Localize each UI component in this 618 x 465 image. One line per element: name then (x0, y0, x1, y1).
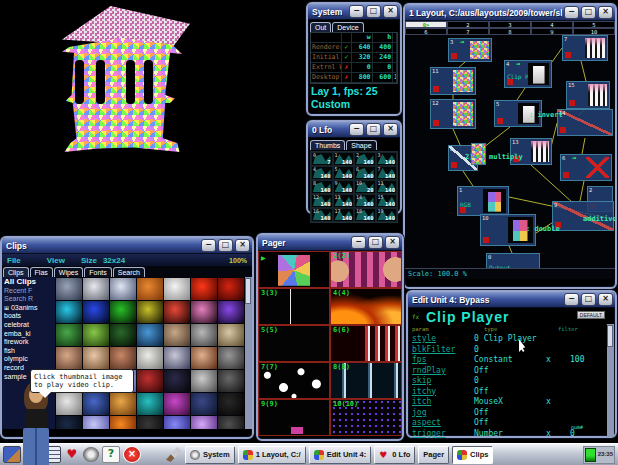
param-mult[interactable] (546, 408, 570, 419)
lfo-waveform-cell[interactable]: 17140 (333, 208, 355, 222)
pager-cell[interactable]: 8(8) (330, 362, 402, 399)
system-tray[interactable]: 23:35 (583, 446, 615, 464)
value-w[interactable]: 320 (352, 53, 373, 62)
minimize-button[interactable]: − (349, 123, 364, 136)
clip-thumbnail[interactable] (137, 370, 163, 392)
value-h[interactable]: 400 (373, 43, 394, 52)
minimize-button[interactable]: − (564, 6, 579, 19)
layout-titlebar[interactable]: 1 Layout, C:/aus/layouts/2009/tower/slid… (405, 5, 615, 21)
param-mult[interactable] (546, 345, 570, 356)
param-value[interactable]: 100 (570, 355, 584, 366)
scrollbar-thumb[interactable] (607, 325, 613, 347)
size-value[interactable]: 32x24 (103, 256, 125, 265)
sidebar-item-03anims[interactable]: ⊞ 03anims (4, 304, 55, 313)
clips-tab-wipes[interactable]: Wipes (54, 267, 83, 277)
layout-page-cell[interactable]: 0> (405, 21, 447, 28)
sidebar-item-search-r[interactable]: Search R (4, 295, 55, 304)
clip-thumbnail[interactable] (191, 393, 217, 415)
clip-thumbnail[interactable] (191, 324, 217, 346)
clip-thumbnail[interactable] (56, 324, 82, 346)
sidebar-item-recent-f[interactable]: Recent F (4, 287, 55, 296)
clip-thumbnail[interactable] (56, 278, 82, 300)
lfo-waveform-cell[interactable]: 1020 (354, 180, 376, 194)
clip-thumbnail[interactable] (56, 393, 82, 415)
close-button[interactable]: × (383, 5, 398, 18)
taskbar-button-edit-unit-4-[interactable]: Edit Unit 4: (309, 446, 372, 464)
check-icon[interactable]: ✓ (342, 43, 352, 52)
default-button[interactable]: DEFAULT (577, 311, 605, 319)
param-mult[interactable]: x (546, 397, 570, 408)
value-h[interactable]: 0 (373, 63, 394, 72)
param-row[interactable]: triggerNumberx0num# (412, 429, 605, 440)
param-name[interactable]: blkFilter (412, 345, 474, 356)
graph-node-4[interactable]: 4→Clip Player (504, 60, 552, 88)
graph-node-1[interactable]: 1RGB (457, 186, 509, 216)
clip-thumbnail[interactable] (110, 324, 136, 346)
clip-thumbnail[interactable] (164, 370, 190, 392)
param-type[interactable]: MouseX (474, 397, 546, 408)
clip-thumbnail[interactable] (83, 301, 109, 323)
clip-thumbnail[interactable] (218, 324, 244, 346)
param-name[interactable]: aspect (412, 418, 474, 429)
error-close-icon[interactable]: × (123, 446, 141, 463)
param-value[interactable]: 0num# (570, 429, 575, 440)
clips-titlebar[interactable]: Clips − □ × (2, 238, 252, 254)
clip-thumbnail[interactable] (83, 324, 109, 346)
param-type[interactable]: Number (474, 429, 546, 440)
clips-tab-search[interactable]: Search (113, 267, 145, 277)
clip-thumbnail[interactable] (137, 393, 163, 415)
pager-cell[interactable]: 9(9) (258, 399, 330, 436)
close-button[interactable]: × (598, 293, 613, 306)
param-row[interactable]: rndPlayOff (412, 366, 605, 377)
system-tab-device[interactable]: Device (332, 22, 363, 32)
param-type[interactable]: Constant (474, 355, 546, 366)
lfo-waveform-cell[interactable]: 8140 (311, 180, 333, 194)
pager-cell[interactable]: 5(5) (258, 325, 330, 362)
clip-thumbnail[interactable] (191, 347, 217, 369)
menu-file[interactable]: File (7, 256, 21, 265)
clip-thumbnail[interactable] (56, 347, 82, 369)
graph-node-6[interactable]: 6→ (560, 154, 612, 181)
minimize-button[interactable]: − (351, 236, 366, 249)
clip-thumbnail[interactable] (191, 370, 217, 392)
lfo-waveform-cell[interactable]: 2140 (354, 152, 376, 166)
menu-size[interactable]: Size (81, 256, 97, 265)
clip-thumbnail[interactable] (218, 347, 244, 369)
param-type[interactable]: Off (474, 387, 546, 398)
maximize-button[interactable]: □ (581, 293, 596, 306)
clip-thumbnail[interactable] (137, 301, 163, 323)
clip-thumbnail[interactable] (56, 301, 82, 323)
edit-titlebar[interactable]: Edit Unit 4: Bypass − □ × (408, 292, 615, 308)
brush-icon[interactable] (166, 447, 182, 462)
param-row[interactable]: style0 Clip Player (412, 334, 605, 345)
param-row[interactable]: blkFilter0 (412, 345, 605, 356)
param-row[interactable]: jogOff (412, 408, 605, 419)
clip-thumbnail[interactable] (218, 416, 244, 429)
taskbar-button-clips[interactable]: Clips (452, 446, 493, 464)
graph-node-11[interactable]: 11 (430, 67, 476, 95)
clip-thumbnail[interactable] (164, 347, 190, 369)
clip-thumbnail[interactable] (110, 393, 136, 415)
clip-thumbnail[interactable] (137, 347, 163, 369)
clip-thumbnail[interactable] (137, 416, 163, 429)
clip-thumbnail[interactable] (110, 347, 136, 369)
pager-titlebar[interactable]: Pager − □ × (258, 235, 402, 251)
clip-thumbnail[interactable] (83, 393, 109, 415)
param-name[interactable]: fps (412, 355, 474, 366)
minimize-button[interactable]: − (349, 5, 364, 18)
lfo-waveform-cell[interactable]: 7140 (376, 166, 398, 180)
sidebar-item-all-clips[interactable]: All Clips (4, 278, 55, 287)
clip-thumbnail[interactable] (218, 370, 244, 392)
sidebar-item-celebrat[interactable]: celebrat (4, 321, 55, 330)
value-h[interactable]: 240 (373, 53, 394, 62)
param-type[interactable]: Off (474, 366, 546, 377)
clip-thumbnail[interactable] (218, 278, 244, 300)
heart-icon[interactable]: ♥ (64, 447, 80, 462)
layout-page-cell[interactable]: 3 (489, 21, 531, 28)
clip-thumbnail[interactable] (83, 278, 109, 300)
param-row[interactable]: skip0 (412, 376, 605, 387)
value-w[interactable]: 640 (352, 43, 373, 52)
clip-thumbnail[interactable] (83, 416, 109, 429)
pager-cell[interactable]: 4(4) (330, 288, 402, 325)
param-row[interactable]: fpsConstantx100 (412, 355, 605, 366)
